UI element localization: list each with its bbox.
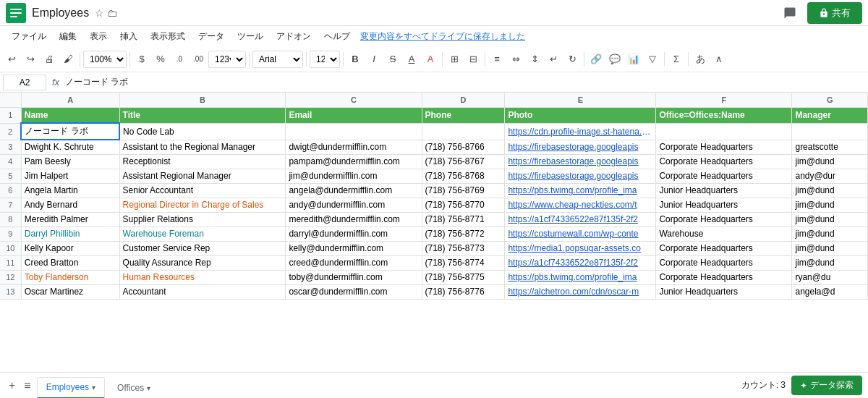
cell-c6[interactable]: angela@dundermifflin.com (286, 183, 422, 198)
cell-reference[interactable] (3, 75, 46, 90)
cell-e2[interactable]: https://cdn.profile-image.st-hatena.com/… (505, 123, 656, 140)
cell-f4[interactable]: Corporate Headquarters (656, 154, 792, 169)
decimal-decrease-button[interactable]: .0 (171, 51, 188, 68)
col-header-d[interactable]: D (422, 93, 505, 107)
menu-insert[interactable]: 挿入 (114, 28, 143, 45)
decimal-increase-button[interactable]: .00 (190, 51, 207, 68)
fill-color-button[interactable]: A (422, 51, 439, 68)
cell-a8[interactable]: Meredith Palmer (21, 212, 119, 226)
menu-view[interactable]: 表示 (84, 28, 113, 45)
function-button[interactable]: Σ (668, 51, 685, 68)
cell-g8[interactable]: jim@dund (792, 212, 868, 226)
cell-e8[interactable]: https://a1cf74336522e87f135f-2f2 (505, 212, 656, 226)
cell-d9[interactable]: (718) 756-8772 (422, 226, 505, 241)
strikethrough-button[interactable]: S (384, 51, 401, 68)
menu-format[interactable]: 表示形式 (145, 28, 191, 45)
cell-e12[interactable]: https://pbs.twimg.com/profile_ima (505, 270, 656, 284)
cell-c8[interactable]: meredith@dundermifflin.com (286, 212, 422, 226)
menu-edit[interactable]: 編集 (54, 28, 82, 45)
cell-e11[interactable]: https://a1cf74336522e87f135f-2f2 (505, 255, 656, 270)
cell-b8[interactable]: Supplier Relations (119, 212, 286, 226)
format-select[interactable]: 123▾ (208, 51, 246, 68)
cell-a6[interactable]: Angela Martin (21, 183, 119, 198)
border-button[interactable]: ⊞ (446, 51, 463, 68)
cell-d4[interactable]: (718) 756-8767 (422, 154, 505, 169)
font-select[interactable]: Arial (252, 51, 303, 68)
cell-a3[interactable]: Dwight K. Schrute (21, 140, 119, 154)
add-sheet-button[interactable]: + (6, 376, 18, 395)
cell-g7[interactable]: jim@dund (792, 198, 868, 212)
cell-c13[interactable]: oscar@dundermifflin.com (286, 284, 422, 299)
cell-b7[interactable]: Regional Director in Charge of Sales (119, 198, 286, 212)
share-button[interactable]: 共有 (807, 2, 862, 24)
cell-f2[interactable] (656, 123, 792, 140)
cell-f5[interactable]: Corporate Headquarters (656, 169, 792, 183)
header-email[interactable]: Email (286, 107, 422, 123)
col-header-a[interactable]: A (21, 93, 119, 107)
cell-e5[interactable]: https://firebasestorage.googleapis (505, 169, 656, 183)
cell-c9[interactable]: darryl@dundermifflin.com (286, 226, 422, 241)
comment-insert-button[interactable]: 💬 (606, 51, 624, 68)
cell-b2[interactable]: No Code Lab (119, 123, 286, 140)
cell-f9[interactable]: Warehouse (656, 226, 792, 241)
cell-c5[interactable]: jim@dundermifflin.com (286, 169, 422, 183)
cell-e13[interactable]: https://alchetron.com/cdn/oscar-m (505, 284, 656, 299)
cell-d8[interactable]: (718) 756-8771 (422, 212, 505, 226)
data-explore-button[interactable]: ✦ データ探索 (791, 376, 862, 395)
cell-g11[interactable]: jim@dund (792, 255, 868, 270)
cell-f10[interactable]: Corporate Headquarters (656, 241, 792, 255)
bold-button[interactable]: B (346, 51, 364, 68)
japanese-button[interactable]: あ (692, 51, 709, 68)
cell-e6[interactable]: https://pbs.twimg.com/profile_ima (505, 183, 656, 198)
comment-button[interactable] (778, 1, 801, 25)
header-office[interactable]: Office=Offices:Name (656, 107, 792, 123)
header-manager[interactable]: Manager (792, 107, 868, 123)
currency-button[interactable]: $ (133, 51, 150, 68)
italic-button[interactable]: I (365, 51, 383, 68)
align-button[interactable]: ⇔ (507, 51, 524, 68)
cell-d6[interactable]: (718) 756-8769 (422, 183, 505, 198)
cell-d11[interactable]: (718) 756-8774 (422, 255, 505, 270)
col-header-b[interactable]: B (119, 93, 286, 107)
menu-help[interactable]: ヘルプ (318, 28, 356, 45)
chart-button[interactable]: 📊 (625, 51, 642, 68)
folder-icon[interactable]: 🗀 (107, 7, 117, 19)
cell-a5[interactable]: Jim Halpert (21, 169, 119, 183)
cell-g3[interactable]: greatscotte (792, 140, 868, 154)
cell-g2[interactable] (792, 123, 868, 140)
valign-button[interactable]: ⇕ (526, 51, 543, 68)
cell-c2[interactable] (286, 123, 422, 140)
cell-d5[interactable]: (718) 756-8768 (422, 169, 505, 183)
link-button[interactable]: 🔗 (587, 51, 605, 68)
paint-format-button[interactable]: 🖌 (59, 51, 77, 68)
header-title[interactable]: Title (119, 107, 286, 123)
cell-c4[interactable]: pampam@dundermifflin.com (286, 154, 422, 169)
cell-a13[interactable]: Oscar Martinez (21, 284, 119, 299)
col-header-e[interactable]: E (505, 93, 656, 107)
menu-tools[interactable]: ツール (231, 28, 269, 45)
cell-d10[interactable]: (718) 756-8773 (422, 241, 505, 255)
cell-b3[interactable]: Assistant to the Regional Manager (119, 140, 286, 154)
cell-f7[interactable]: Junior Headquarters (656, 198, 792, 212)
cell-e10[interactable]: https://media1.popsugar-assets.co (505, 241, 656, 255)
tab-employees[interactable]: Employees ▾ (37, 377, 105, 399)
cell-e4[interactable]: https://firebasestorage.googleapis (505, 154, 656, 169)
cell-b12[interactable]: Human Resources (119, 270, 286, 284)
col-header-g[interactable]: G (792, 93, 868, 107)
star-icon[interactable]: ☆ (95, 7, 104, 19)
fontsize-select[interactable]: 12 (310, 51, 340, 68)
sheet-container[interactable]: A B C D E F G 1 Name Title Email Phone (0, 93, 868, 398)
cell-a7[interactable]: Andy Bernard (21, 198, 119, 212)
cell-c12[interactable]: toby@dundermifflin.com (286, 270, 422, 284)
align-left-button[interactable]: ≡ (488, 51, 506, 68)
header-phone[interactable]: Phone (422, 107, 505, 123)
cell-c3[interactable]: dwigt@dundermifflin.com (286, 140, 422, 154)
menu-file[interactable]: ファイル (6, 28, 52, 45)
cell-b5[interactable]: Assistant Regional Manager (119, 169, 286, 183)
cell-g6[interactable]: jim@dund (792, 183, 868, 198)
col-header-c[interactable]: C (286, 93, 422, 107)
rotate-button[interactable]: ↻ (563, 51, 581, 68)
cell-b9[interactable]: Warehouse Foreman (119, 226, 286, 241)
cell-c11[interactable]: creed@dundermifflin.com (286, 255, 422, 270)
cell-g12[interactable]: ryan@du (792, 270, 868, 284)
